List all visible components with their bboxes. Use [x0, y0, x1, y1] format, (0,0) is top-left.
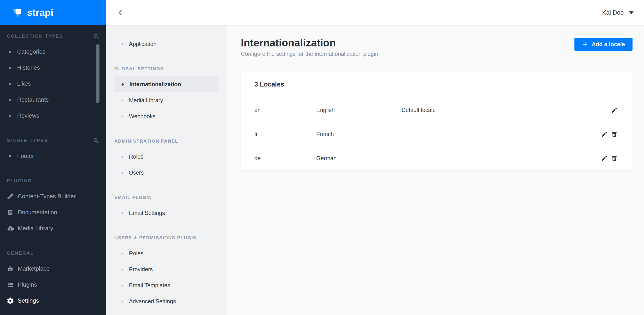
settings-nav-item-internationalization[interactable]: Internationalization	[114, 76, 218, 92]
settings-nav-label: Roles	[129, 250, 144, 257]
bullet-icon	[122, 253, 123, 254]
settings-nav-label: Email Templates	[129, 282, 170, 289]
gear-icon	[6, 297, 14, 305]
caret-down-icon	[629, 11, 634, 14]
bullet-icon	[122, 156, 123, 158]
edit-locale-button[interactable]	[600, 155, 608, 162]
settings-nav-item-advanced-settings[interactable]: Advanced Settings	[106, 293, 227, 309]
sidebar-item-plugins[interactable]: Plugins	[0, 277, 106, 293]
trash-icon	[611, 131, 618, 138]
bullet-icon	[9, 83, 11, 85]
settings-nav: Application GLOBAL SETTINGS Internationa…	[106, 25, 227, 315]
sidebar-item-histories[interactable]: Histories	[0, 60, 106, 76]
search-icon[interactable]	[93, 33, 99, 39]
sidebar-item-label: Documentation	[18, 209, 57, 216]
page-subtitle: Configure the settings for the internati…	[241, 51, 378, 57]
strapi-logo-icon	[12, 7, 24, 19]
sidebar-item-likes[interactable]: Likes	[0, 76, 106, 92]
sidebar-item-restaurants[interactable]: Restaurants	[0, 92, 106, 108]
settings-nav-item-email-templates[interactable]: Email Templates	[106, 277, 227, 293]
topbar: Kai Doe	[106, 0, 644, 25]
locale-name: French	[316, 131, 402, 137]
users-permissions-plugin-header: USERS & PERMISSIONS PLUGIN	[106, 233, 227, 242]
edit-locale-button[interactable]	[600, 130, 608, 138]
settings-nav-item-up-roles[interactable]: Roles	[106, 245, 227, 261]
collection-types-label: COLLECTION TYPES	[7, 33, 63, 39]
settings-nav-item-webhooks[interactable]: Webhooks	[106, 108, 227, 124]
bullet-icon	[122, 116, 123, 117]
bullet-icon	[9, 155, 11, 157]
bullet-icon	[9, 51, 11, 53]
sidebar-item-label: Reviews	[17, 112, 39, 119]
settings-nav-item-admin-roles[interactable]: Roles	[106, 149, 227, 165]
list-icon	[6, 281, 14, 289]
bullet-icon	[122, 172, 123, 174]
bullet-icon	[9, 67, 11, 69]
settings-nav-label: Providers	[129, 266, 153, 273]
sidebar-item-settings[interactable]: Settings	[0, 293, 106, 309]
sidebar-item-marketplace[interactable]: Marketplace	[0, 261, 106, 277]
settings-nav-item-admin-users[interactable]: Users	[106, 165, 227, 181]
sidebar-item-reviews[interactable]: Reviews	[0, 108, 106, 124]
sidebar-item-footer[interactable]: Footer	[0, 148, 106, 164]
sidebar-item-documentation[interactable]: Documentation	[0, 204, 106, 220]
user-name: Kai Doe	[602, 9, 624, 16]
sidebar-item-label: Content-Types Builder	[18, 193, 76, 200]
locales-card: 3 Locales en English Default locale fr F…	[241, 72, 632, 170]
delete-locale-button[interactable]	[610, 130, 618, 138]
strapi-wordmark: strapi	[27, 7, 53, 18]
book-icon	[6, 208, 14, 216]
bullet-icon	[122, 212, 123, 214]
sidebar-item-label: Likes	[17, 80, 31, 87]
sidebar-item-label: Footer	[17, 153, 34, 160]
settings-nav-label: Media Library	[129, 97, 163, 104]
locale-note: Default locale	[402, 107, 610, 113]
back-button[interactable]	[106, 0, 135, 25]
user-menu[interactable]: Kai Doe	[602, 9, 644, 16]
settings-nav-item-media-library[interactable]: Media Library	[106, 92, 227, 108]
collection-types-header: COLLECTION TYPES	[0, 32, 106, 41]
locale-name: English	[316, 107, 402, 113]
bullet-icon	[9, 115, 11, 117]
add-locale-button[interactable]: Add a locale	[574, 38, 632, 51]
bullet-icon	[122, 268, 123, 270]
general-label: GENERAL	[7, 250, 34, 256]
edit-locale-button[interactable]	[610, 106, 618, 114]
bullet-icon	[122, 43, 123, 45]
settings-nav-label: Advanced Settings	[129, 298, 176, 305]
bullet-icon	[122, 284, 123, 286]
page-title: Internationalization	[241, 37, 378, 49]
settings-nav-item-application[interactable]: Application	[106, 36, 227, 52]
settings-nav-label: Users	[129, 169, 144, 176]
settings-nav-item-email-settings[interactable]: Email Settings	[106, 205, 227, 221]
sidebar-item-media-library[interactable]: Media Library	[0, 220, 106, 236]
sidebar-scrollbar[interactable]	[96, 44, 100, 103]
locale-code: en	[254, 107, 316, 113]
basket-icon	[6, 265, 14, 273]
paint-brush-icon	[6, 192, 14, 201]
locale-code: de	[254, 155, 316, 162]
logo-bar[interactable]: strapi	[0, 0, 106, 25]
bullet-icon	[122, 300, 123, 302]
sidebar-item-label: Settings	[18, 297, 39, 304]
locale-row-fr: fr French	[241, 122, 632, 146]
global-settings-header: GLOBAL SETTINGS	[106, 64, 227, 73]
search-icon[interactable]	[93, 137, 99, 144]
sidebar-item-label: Restaurants	[17, 96, 48, 103]
locale-row-de: de German	[241, 146, 632, 170]
strapi-admin: strapi COLLECTION TYPES Categories Histo…	[0, 0, 644, 315]
settings-nav-item-providers[interactable]: Providers	[106, 261, 227, 277]
locale-row-en: en English Default locale	[241, 98, 632, 122]
add-locale-label: Add a locale	[592, 41, 625, 48]
locales-heading: 3 Locales	[241, 72, 632, 98]
pencil-icon	[601, 155, 608, 162]
settings-nav-label: Roles	[129, 153, 144, 160]
sidebar-item-categories[interactable]: Categories	[0, 44, 106, 60]
single-types-header: SINGLE TYPES	[0, 136, 106, 145]
settings-nav-label: Application	[129, 41, 156, 47]
trash-icon	[611, 155, 618, 162]
locale-name: German	[316, 155, 402, 162]
sidebar-item-content-types-builder[interactable]: Content-Types Builder	[0, 188, 106, 204]
delete-locale-button[interactable]	[610, 155, 618, 162]
pencil-icon	[611, 107, 618, 114]
